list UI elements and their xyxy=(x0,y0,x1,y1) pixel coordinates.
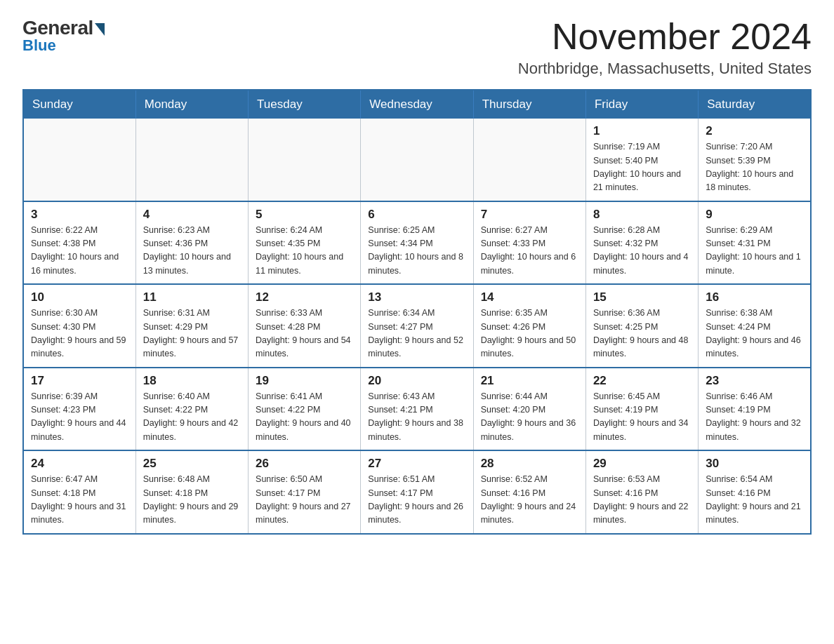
calendar-cell: 22Sunrise: 6:45 AM Sunset: 4:19 PM Dayli… xyxy=(585,368,698,451)
weekday-header-monday: Monday xyxy=(135,90,248,119)
calendar-cell: 23Sunrise: 6:46 AM Sunset: 4:19 PM Dayli… xyxy=(699,368,811,451)
day-info: Sunrise: 6:29 AM Sunset: 4:31 PM Dayligh… xyxy=(706,224,803,279)
day-info: Sunrise: 6:51 AM Sunset: 4:17 PM Dayligh… xyxy=(368,473,465,528)
weekday-header-friday: Friday xyxy=(585,90,698,119)
calendar-cell: 12Sunrise: 6:33 AM Sunset: 4:28 PM Dayli… xyxy=(249,284,361,368)
day-number: 15 xyxy=(593,290,691,304)
day-info: Sunrise: 6:52 AM Sunset: 4:16 PM Dayligh… xyxy=(481,473,578,528)
logo-blue-text: Blue xyxy=(22,36,56,55)
day-number: 16 xyxy=(706,290,803,304)
day-info: Sunrise: 6:33 AM Sunset: 4:28 PM Dayligh… xyxy=(256,307,353,361)
location-title: Northbridge, Massachusetts, United State… xyxy=(518,60,812,78)
weekday-header-wednesday: Wednesday xyxy=(361,90,473,119)
calendar-cell: 6Sunrise: 6:25 AM Sunset: 4:34 PM Daylig… xyxy=(361,201,473,285)
day-info: Sunrise: 6:24 AM Sunset: 4:35 PM Dayligh… xyxy=(256,224,353,279)
day-number: 8 xyxy=(593,208,691,222)
day-number: 9 xyxy=(706,208,803,222)
calendar-cell xyxy=(361,119,473,201)
day-number: 17 xyxy=(31,374,128,388)
month-title: November 2024 xyxy=(518,17,812,57)
calendar-cell: 13Sunrise: 6:34 AM Sunset: 4:27 PM Dayli… xyxy=(361,284,473,368)
day-info: Sunrise: 6:34 AM Sunset: 4:27 PM Dayligh… xyxy=(368,307,465,361)
calendar-cell: 20Sunrise: 6:43 AM Sunset: 4:21 PM Dayli… xyxy=(361,368,473,451)
day-number: 28 xyxy=(481,457,578,471)
day-info: Sunrise: 6:30 AM Sunset: 4:30 PM Dayligh… xyxy=(31,307,128,361)
day-info: Sunrise: 6:47 AM Sunset: 4:18 PM Dayligh… xyxy=(31,473,128,528)
day-info: Sunrise: 6:41 AM Sunset: 4:22 PM Dayligh… xyxy=(256,390,353,445)
calendar-cell: 24Sunrise: 6:47 AM Sunset: 4:18 PM Dayli… xyxy=(23,450,135,534)
calendar-cell: 29Sunrise: 6:53 AM Sunset: 4:16 PM Dayli… xyxy=(585,450,698,534)
day-number: 26 xyxy=(256,457,353,471)
day-info: Sunrise: 6:39 AM Sunset: 4:23 PM Dayligh… xyxy=(31,390,128,445)
calendar-cell: 11Sunrise: 6:31 AM Sunset: 4:29 PM Dayli… xyxy=(135,284,248,368)
day-info: Sunrise: 6:50 AM Sunset: 4:17 PM Dayligh… xyxy=(256,473,353,528)
day-info: Sunrise: 6:44 AM Sunset: 4:20 PM Dayligh… xyxy=(481,390,578,445)
calendar-cell: 18Sunrise: 6:40 AM Sunset: 4:22 PM Dayli… xyxy=(135,368,248,451)
calendar-cell: 16Sunrise: 6:38 AM Sunset: 4:24 PM Dayli… xyxy=(699,284,811,368)
day-info: Sunrise: 6:31 AM Sunset: 4:29 PM Dayligh… xyxy=(143,307,241,361)
day-info: Sunrise: 6:25 AM Sunset: 4:34 PM Dayligh… xyxy=(368,224,465,279)
day-number: 22 xyxy=(593,374,691,388)
calendar-cell: 17Sunrise: 6:39 AM Sunset: 4:23 PM Dayli… xyxy=(23,368,135,451)
calendar-cell: 3Sunrise: 6:22 AM Sunset: 4:38 PM Daylig… xyxy=(23,201,135,285)
logo: General Blue xyxy=(22,17,105,55)
calendar-cell: 5Sunrise: 6:24 AM Sunset: 4:35 PM Daylig… xyxy=(249,201,361,285)
day-number: 19 xyxy=(256,374,353,388)
day-number: 11 xyxy=(143,290,241,304)
day-number: 24 xyxy=(31,457,128,471)
calendar-cell: 4Sunrise: 6:23 AM Sunset: 4:36 PM Daylig… xyxy=(135,201,248,285)
day-info: Sunrise: 6:23 AM Sunset: 4:36 PM Dayligh… xyxy=(143,224,241,279)
calendar-cell: 10Sunrise: 6:30 AM Sunset: 4:30 PM Dayli… xyxy=(23,284,135,368)
day-number: 30 xyxy=(706,457,803,471)
calendar-cell xyxy=(135,119,248,201)
day-info: Sunrise: 6:48 AM Sunset: 4:18 PM Dayligh… xyxy=(143,473,241,528)
day-info: Sunrise: 7:19 AM Sunset: 5:40 PM Dayligh… xyxy=(593,140,691,195)
calendar-cell: 21Sunrise: 6:44 AM Sunset: 4:20 PM Dayli… xyxy=(473,368,585,451)
day-number: 1 xyxy=(593,124,691,138)
day-number: 13 xyxy=(368,290,465,304)
calendar-table: SundayMondayTuesdayWednesdayThursdayFrid… xyxy=(22,89,812,535)
calendar-cell: 9Sunrise: 6:29 AM Sunset: 4:31 PM Daylig… xyxy=(699,201,811,285)
calendar-cell: 15Sunrise: 6:36 AM Sunset: 4:25 PM Dayli… xyxy=(585,284,698,368)
calendar-cell: 26Sunrise: 6:50 AM Sunset: 4:17 PM Dayli… xyxy=(249,450,361,534)
calendar-cell: 30Sunrise: 6:54 AM Sunset: 4:16 PM Dayli… xyxy=(699,450,811,534)
day-info: Sunrise: 6:27 AM Sunset: 4:33 PM Dayligh… xyxy=(481,224,578,279)
weekday-header-sunday: Sunday xyxy=(23,90,135,119)
day-info: Sunrise: 6:45 AM Sunset: 4:19 PM Dayligh… xyxy=(593,390,691,445)
day-info: Sunrise: 6:40 AM Sunset: 4:22 PM Dayligh… xyxy=(143,390,241,445)
day-number: 2 xyxy=(706,124,803,138)
day-number: 20 xyxy=(368,374,465,388)
day-info: Sunrise: 6:38 AM Sunset: 4:24 PM Dayligh… xyxy=(706,307,803,361)
calendar-cell: 7Sunrise: 6:27 AM Sunset: 4:33 PM Daylig… xyxy=(473,201,585,285)
calendar-cell: 2Sunrise: 7:20 AM Sunset: 5:39 PM Daylig… xyxy=(699,119,811,201)
day-info: Sunrise: 6:46 AM Sunset: 4:19 PM Dayligh… xyxy=(706,390,803,445)
title-area: November 2024 Northbridge, Massachusetts… xyxy=(518,17,812,78)
day-info: Sunrise: 6:36 AM Sunset: 4:25 PM Dayligh… xyxy=(593,307,691,361)
day-number: 6 xyxy=(368,208,465,222)
day-number: 5 xyxy=(256,208,353,222)
day-number: 18 xyxy=(143,374,241,388)
calendar-cell: 25Sunrise: 6:48 AM Sunset: 4:18 PM Dayli… xyxy=(135,450,248,534)
calendar-cell: 14Sunrise: 6:35 AM Sunset: 4:26 PM Dayli… xyxy=(473,284,585,368)
weekday-header-tuesday: Tuesday xyxy=(249,90,361,119)
day-number: 23 xyxy=(706,374,803,388)
day-number: 4 xyxy=(143,208,241,222)
calendar-cell: 28Sunrise: 6:52 AM Sunset: 4:16 PM Dayli… xyxy=(473,450,585,534)
day-info: Sunrise: 6:54 AM Sunset: 4:16 PM Dayligh… xyxy=(706,473,803,528)
calendar-cell xyxy=(23,119,135,201)
day-number: 12 xyxy=(256,290,353,304)
header-area: General Blue November 2024 Northbridge, … xyxy=(22,17,812,78)
calendar-cell xyxy=(249,119,361,201)
calendar-cell: 8Sunrise: 6:28 AM Sunset: 4:32 PM Daylig… xyxy=(585,201,698,285)
weekday-header-thursday: Thursday xyxy=(473,90,585,119)
logo-arrow-icon xyxy=(95,23,105,36)
day-info: Sunrise: 6:53 AM Sunset: 4:16 PM Dayligh… xyxy=(593,473,691,528)
day-info: Sunrise: 6:43 AM Sunset: 4:21 PM Dayligh… xyxy=(368,390,465,445)
day-number: 3 xyxy=(31,208,128,222)
day-info: Sunrise: 7:20 AM Sunset: 5:39 PM Dayligh… xyxy=(706,140,803,195)
weekday-header-saturday: Saturday xyxy=(699,90,811,119)
day-info: Sunrise: 6:28 AM Sunset: 4:32 PM Dayligh… xyxy=(593,224,691,279)
day-number: 27 xyxy=(368,457,465,471)
day-number: 10 xyxy=(31,290,128,304)
calendar-cell xyxy=(473,119,585,201)
